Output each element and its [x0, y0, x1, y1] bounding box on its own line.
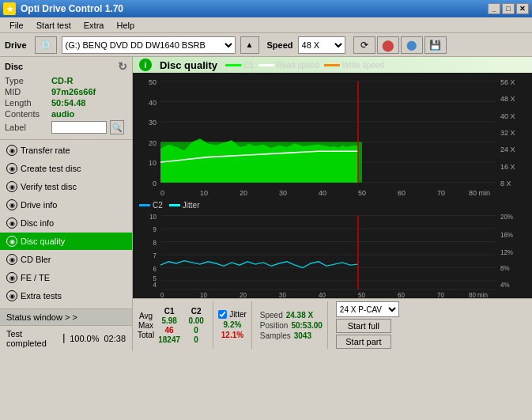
chart-top: 50 40 30 20 10 0 56 X 48 X 40 X 32 X 24 … [133, 73, 532, 199]
svg-text:40 X: 40 X [500, 112, 515, 119]
svg-text:16%: 16% [500, 231, 513, 239]
progress-percent: 100.0% [70, 334, 99, 343]
svg-text:70: 70 [437, 188, 445, 196]
stats-total-c1: 18247 [157, 335, 181, 344]
app-title: Opti Drive Control 1.70 [21, 3, 123, 14]
stats-speed-col: Speed 24.38 X Position 50:53.00 Samples … [260, 311, 323, 340]
chart-bottom: 10 9 8 7 6 5 4 20% 16% 12% 8% 4% 0 10 20… [133, 211, 532, 298]
nav-extra-tests[interactable]: ◉ Extra tests [0, 287, 132, 305]
svg-text:32 X: 32 X [500, 129, 515, 137]
refresh-button[interactable]: ⬤ [401, 36, 423, 54]
menu-file[interactable]: File [3, 19, 30, 32]
svg-text:20: 20 [240, 291, 247, 298]
nav-create-test-disc[interactable]: ◉ Create test disc [0, 160, 132, 177]
stats-c2-col: C2 0.00 0 0 [184, 307, 208, 344]
jitter-label: Jitter [229, 310, 247, 319]
stats-max-c2: 0 [184, 326, 208, 335]
nav-disc-quality-icon: ◉ [6, 236, 17, 247]
nav-fe-te-icon: ◉ [6, 272, 17, 283]
legend-read-color [258, 64, 274, 66]
disc-refresh-icon[interactable]: ↻ [118, 60, 127, 73]
svg-text:20%: 20% [500, 213, 513, 221]
maximize-button[interactable]: □ [502, 3, 515, 14]
svg-text:24 X: 24 X [500, 146, 515, 153]
disc-label-input[interactable] [51, 121, 107, 134]
minimize-button[interactable]: _ [488, 3, 500, 14]
nav-items: ◉ Transfer rate ◉ Create test disc ◉ Ver… [0, 140, 132, 306]
save-button[interactable]: 💾 [424, 36, 447, 54]
drive-eject-button[interactable]: ▲ [240, 36, 259, 54]
nav-transfer-rate[interactable]: ◉ Transfer rate [0, 142, 132, 159]
right-panel: i Disc quality C1 Read speed Write speed [133, 57, 532, 351]
svg-text:60: 60 [398, 188, 406, 196]
nav-fe-te-label: FE / TE [21, 273, 50, 282]
nav-fe-te[interactable]: ◉ FE / TE [0, 269, 132, 286]
stats-bar: Avg Max Total C1 5.98 46 18247 C2 0.00 0… [133, 298, 532, 351]
svg-text:48 X: 48 X [500, 95, 515, 103]
speed-select[interactable]: 48 X [298, 36, 345, 54]
svg-text:40: 40 [319, 188, 326, 196]
svg-text:20: 20 [149, 138, 157, 146]
start-part-button[interactable]: Start part [336, 335, 391, 349]
nav-extra-tests-label: Extra tests [21, 291, 62, 301]
svg-text:50: 50 [149, 78, 157, 86]
nav-disc-info[interactable]: ◉ Disc info [0, 214, 132, 232]
svg-text:10: 10 [200, 291, 207, 298]
test-completed-bar: Test completed 100.0% 02:38 [0, 325, 132, 351]
drive-icon-button[interactable]: 💿 [35, 36, 57, 54]
nav-disc-info-label: Disc info [21, 218, 54, 228]
status-window-button[interactable]: Status window > > [0, 308, 132, 325]
stats-separator-2 [251, 301, 252, 349]
stats-max-label: Max [138, 321, 154, 330]
menu-help[interactable]: Help [110, 19, 141, 32]
menu-start-test[interactable]: Start test [30, 19, 77, 32]
stats-c1-header: C1 [157, 307, 181, 316]
speed-label: Speed [267, 40, 293, 50]
legend-write-color [324, 64, 340, 66]
speed-arrow-button[interactable]: ⟳ [353, 36, 375, 54]
svg-text:56 X: 56 X [500, 78, 515, 86]
disc-quality-icon: i [139, 59, 152, 71]
nav-verify-test-disc[interactable]: ◉ Verify test disc [0, 178, 132, 195]
chart-legend-top: C1 Read speed Write speed [225, 61, 384, 70]
nav-cd-bler[interactable]: ◉ CD Bler [0, 251, 132, 268]
disc-label-search-button[interactable]: 🔍 [110, 120, 124, 134]
disc-quality-header: i Disc quality C1 Read speed Write speed [133, 57, 532, 73]
svg-text:7: 7 [153, 252, 157, 259]
nav-drive-info-icon: ◉ [6, 199, 17, 210]
svg-text:0: 0 [160, 291, 164, 298]
legend-write-label: Write speed [342, 61, 384, 70]
jitter-checkbox[interactable] [218, 310, 227, 319]
stats-avg-c1: 5.98 [157, 316, 181, 325]
stats-max-c1: 46 [157, 326, 181, 335]
svg-text:80 min: 80 min [469, 291, 488, 298]
svg-text:0: 0 [160, 188, 164, 196]
svg-text:10: 10 [149, 213, 157, 221]
clear-button[interactable]: ⬤ [377, 36, 399, 54]
close-button[interactable]: ✕ [516, 3, 529, 14]
nav-extra-tests-icon: ◉ [6, 290, 17, 301]
nav-cd-bler-icon: ◉ [6, 254, 17, 265]
disc-mid-value: 97m26s66f [51, 87, 96, 96]
stats-total-label: Total [138, 331, 154, 339]
menu-extra[interactable]: Extra [77, 19, 111, 32]
svg-text:6: 6 [153, 265, 157, 273]
speed-dropdown[interactable]: 24 X P-CAV [336, 301, 399, 317]
svg-text:30: 30 [279, 188, 287, 196]
menu-bar: File Start test Extra Help [0, 17, 532, 33]
legend-read-label: Read speed [277, 61, 319, 70]
drive-label: Drive [5, 40, 27, 50]
disc-header-label: Disc [5, 62, 23, 71]
start-full-button[interactable]: Start full [336, 319, 391, 333]
svg-text:10: 10 [200, 188, 208, 196]
nav-disc-quality[interactable]: ◉ Disc quality [0, 233, 132, 250]
nav-disc-quality-label: Disc quality [21, 236, 65, 246]
drive-select[interactable]: (G:) BENQ DVD DD DW1640 BSRB [62, 36, 236, 54]
nav-drive-info[interactable]: ◉ Drive info [0, 196, 132, 214]
svg-text:4: 4 [153, 280, 157, 288]
stats-avg-c2: 0.00 [184, 316, 208, 325]
nav-create-test-disc-label: Create test disc [21, 164, 81, 173]
disc-type-label: Type [5, 76, 48, 85]
speed-label: Speed [260, 311, 283, 320]
svg-text:50: 50 [358, 188, 366, 196]
